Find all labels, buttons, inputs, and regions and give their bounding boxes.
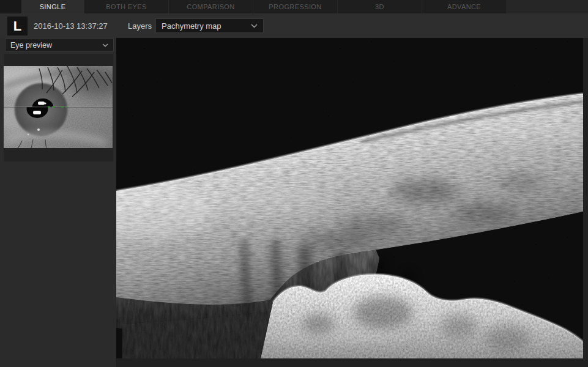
layers-select[interactable]: Pachymetry map [155, 18, 264, 33]
tab-both-eyes[interactable]: BOTH EYES [84, 0, 168, 13]
layers-label: Layers [121, 21, 152, 31]
exam-timestamp: 2016-10-13 13:37:27 [34, 21, 108, 31]
oct-scan-image[interactable] [116, 38, 583, 358]
eye-preview-image[interactable] [4, 66, 113, 148]
tab-bar-leading-space [0, 0, 21, 13]
eye-preview-panel [4, 54, 113, 161]
scan-viewport [116, 38, 588, 367]
tab-comparison[interactable]: COMPARISON [168, 0, 253, 13]
tab-advance[interactable]: ADVANCE [422, 0, 506, 13]
left-eye-badge: L [7, 17, 28, 35]
chevron-down-icon [102, 43, 108, 47]
eye-preview-select[interactable]: Eye preview [5, 39, 114, 51]
tab-single[interactable]: SINGLE [21, 0, 84, 13]
tab-bar: SINGLE BOTH EYES COMPARISON PROGRESSION … [0, 0, 588, 13]
application-window: SINGLE BOTH EYES COMPARISON PROGRESSION … [0, 0, 588, 367]
toolbar: L 2016-10-13 13:37:27 Layers Pachymetry … [0, 13, 588, 38]
sidebar: Eye preview [0, 38, 116, 367]
layers-select-value: Pachymetry map [162, 21, 221, 31]
eye-preview-select-value: Eye preview [10, 41, 52, 50]
tab-bar-filler [506, 0, 588, 13]
chevron-down-icon [251, 24, 258, 28]
tab-3d[interactable]: 3D [337, 0, 422, 13]
tab-progression[interactable]: PROGRESSION [253, 0, 337, 13]
